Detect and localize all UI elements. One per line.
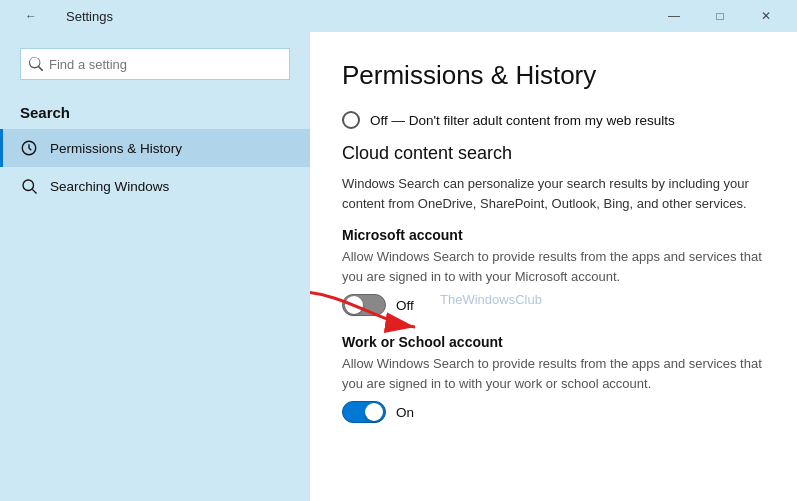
radio-button[interactable] [342, 111, 360, 129]
main-layout: Search Permissions & History Searching W… [0, 32, 797, 501]
search-icon [29, 57, 43, 71]
sidebar-item-searching-label: Searching Windows [50, 179, 169, 194]
microsoft-account-desc: Allow Windows Search to provide results … [342, 247, 765, 286]
sidebar-item-searching[interactable]: Searching Windows [0, 167, 310, 205]
page-title: Permissions & History [342, 60, 765, 91]
work-school-account-toggle-label: On [396, 405, 414, 420]
titlebar: ← Settings — □ ✕ [0, 0, 797, 32]
cloud-section-title: Cloud content search [342, 143, 765, 164]
work-school-account-title: Work or School account [342, 334, 765, 350]
cloud-content-section: Cloud content search Windows Search can … [342, 143, 765, 423]
sidebar-heading: Search [0, 104, 310, 129]
minimize-button[interactable]: — [651, 0, 697, 32]
search-box[interactable] [20, 48, 290, 80]
microsoft-account-toggle-thumb [345, 296, 363, 314]
titlebar-left: ← Settings [8, 0, 113, 32]
titlebar-controls: — □ ✕ [651, 0, 789, 32]
back-button[interactable]: ← [8, 0, 54, 32]
microsoft-account-toggle[interactable] [342, 294, 386, 316]
microsoft-account-title: Microsoft account [342, 227, 765, 243]
work-school-account-toggle[interactable] [342, 401, 386, 423]
sidebar-item-permissions[interactable]: Permissions & History [0, 129, 310, 167]
work-school-account-toggle-row: On [342, 401, 765, 423]
sidebar-item-permissions-label: Permissions & History [50, 141, 182, 156]
close-button[interactable]: ✕ [743, 0, 789, 32]
work-school-account-toggle-thumb [365, 403, 383, 421]
sidebar: Search Permissions & History Searching W… [0, 32, 310, 501]
search-input[interactable] [49, 57, 281, 72]
work-school-account-desc: Allow Windows Search to provide results … [342, 354, 765, 393]
sidebar-top [0, 32, 310, 104]
permissions-icon [20, 139, 38, 157]
titlebar-title: Settings [66, 9, 113, 24]
microsoft-account-toggle-label: Off [396, 298, 414, 313]
searching-icon [20, 177, 38, 195]
content-area: Permissions & History Off — Don't filter… [310, 32, 797, 501]
radio-label: Off — Don't filter adult content from my… [370, 113, 675, 128]
svg-line-2 [32, 189, 36, 193]
maximize-button[interactable]: □ [697, 0, 743, 32]
radio-off-option[interactable]: Off — Don't filter adult content from my… [342, 111, 765, 129]
svg-point-1 [23, 180, 34, 191]
microsoft-account-toggle-row: Off [342, 294, 765, 316]
cloud-section-desc: Windows Search can personalize your sear… [342, 174, 765, 213]
